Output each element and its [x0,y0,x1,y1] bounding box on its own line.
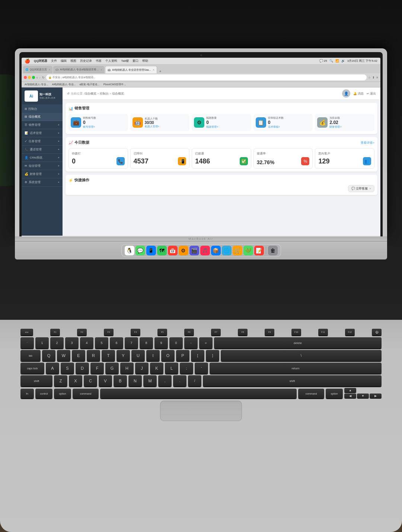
key-command-left[interactable]: command [73,389,99,398]
sidebar-item-system[interactable]: ⚙系统管理+ [22,178,63,187]
menu-icon[interactable]: ≡ [376,76,378,79]
sidebar-item-sales[interactable]: ☰销售管理+ [22,121,63,129]
traffic-yellow[interactable] [28,76,31,79]
key-capslock[interactable]: caps lock [20,363,44,374]
key-left[interactable]: ◀ [344,394,356,398]
browser-window[interactable]: 🍎 QQ浏览器 文件 编辑 视图 历史记录 书签 个人资料 Tab键 窗口 帮助… [22,58,380,236]
key-option-right[interactable]: option [326,389,343,398]
key-u[interactable]: U [131,350,145,361]
dock-icon-13[interactable]: 📝 [254,246,264,255]
nav-refresh[interactable]: ↻ [42,76,45,79]
dock-icon-5[interactable]: 📅 [168,246,178,255]
menu-edit[interactable]: 编辑 [61,59,67,63]
key-power[interactable]: ⏻ [372,329,382,335]
user-avatar[interactable]: 👤 [342,89,350,98]
key-delete[interactable]: delete [214,337,382,348]
key-f10[interactable]: F10 [291,329,301,335]
dock-icon-2[interactable]: 💬 [135,246,145,255]
key-b[interactable]: B [114,375,127,386]
stat-link-2[interactable]: 机器人管理> [145,125,159,128]
browser-tab-3[interactable]: 🤖 AI电销机器人-专业语音管理Saa... × [105,66,157,73]
key-1[interactable]: 1 [35,337,49,348]
key-k[interactable]: K [150,363,163,374]
bookmark-3[interactable]: e邮发-电子签名... [80,83,100,86]
browser-tab-2[interactable]: 🤖 AI电销机器人-专业ai智能语音客... × [53,66,104,73]
key-down[interactable]: ▼ [357,394,369,398]
dock-icon-12[interactable]: 💚 [243,246,253,255]
menu-view[interactable]: 视图 [70,59,76,63]
key-f2[interactable]: F2 [77,329,87,335]
menu-help[interactable]: 帮助 [142,59,148,63]
menu-tab[interactable]: Tab键 [121,59,129,63]
key-up[interactable]: ▲ [344,388,356,393]
key-5[interactable]: 5 [95,337,108,348]
key-9[interactable]: 9 [154,337,168,348]
key-z[interactable]: Z [54,375,67,386]
traffic-red[interactable] [24,76,27,79]
bookmark-1[interactable]: AI智能机器人-专业... [25,83,48,86]
key-f11[interactable]: F11 [318,329,328,335]
dock-icon-9[interactable]: 📦 [211,246,221,255]
key-quote[interactable]: ' [195,363,208,374]
stat-link-5[interactable]: 财务管理> [329,125,341,129]
star-icon[interactable]: ☆ [368,76,371,79]
key-r[interactable]: R [87,350,100,361]
key-f4[interactable]: F4 [131,329,140,335]
key-i[interactable]: I [146,350,160,361]
key-2[interactable]: 2 [50,337,64,348]
key-control[interactable]: control [35,389,52,398]
key-a[interactable]: A [46,363,59,374]
key-q[interactable]: Q [42,350,55,361]
key-x[interactable]: X [69,375,82,386]
bookmark-2[interactable]: AI电销机器人-专业... [52,83,76,86]
dock-icon-7[interactable]: 🎬 [189,246,199,255]
key-fn[interactable]: fn [20,389,34,398]
key-m[interactable]: M [143,375,157,386]
key-equals[interactable]: = [199,337,213,348]
dock-icon-10[interactable]: 🌐 [222,246,232,255]
touchpad[interactable] [160,401,242,421]
menu-bookmarks[interactable]: 书签 [96,59,102,63]
key-p[interactable]: P [176,350,189,361]
nav-forward[interactable]: › [39,76,40,80]
key-o[interactable]: O [161,350,175,361]
key-t[interactable]: T [102,350,115,361]
key-semicolon[interactable]: ; [180,363,193,374]
key-c[interactable]: C [84,375,97,386]
chat-bubble[interactable]: 💬 立即客服 × [68,185,374,192]
dock-icon-3[interactable]: 📱 [146,246,156,255]
key-4[interactable]: 4 [80,337,93,348]
sidebar-item-scripts[interactable]: 📝话术管理+ [22,129,63,137]
nav-back[interactable]: ‹ [36,76,38,80]
menu-file[interactable]: 文件 [51,59,57,63]
key-3[interactable]: 3 [65,337,79,348]
key-comma[interactable]: , [158,375,172,386]
stat-link-4[interactable]: 话术审核> [268,125,284,129]
dock-icon-11[interactable]: 🛒 [233,246,242,255]
sidebar-item-overview[interactable]: ⊟ 综合概览 [22,113,63,121]
key-lbracket[interactable]: [ [191,350,204,361]
key-esc[interactable]: esc [20,329,33,335]
key-f[interactable]: F [90,363,104,374]
key-y[interactable]: Y [117,350,130,361]
key-backtick[interactable]: ` [20,337,34,348]
key-rbracket[interactable]: ] [206,350,219,361]
dock-icon-8[interactable]: 🎵 [200,246,210,255]
key-j[interactable]: J [135,363,149,374]
key-option-left[interactable]: option [54,389,71,398]
notification-btn[interactable]: 🔔 消息 [353,92,364,96]
key-tab[interactable]: tab [20,350,41,361]
bookmark-4[interactable]: PbootCMS管理中... [103,83,126,86]
key-period[interactable]: . [173,375,186,386]
key-w[interactable]: W [57,350,70,361]
key-f8[interactable]: F8 [238,329,248,335]
sidebar-item-sms[interactable]: ✉短信管理+ [22,162,63,170]
key-d[interactable]: D [76,363,89,374]
sidebar-item-crm[interactable]: 👤CRM系统+ [22,154,63,162]
sidebar-item-tasks[interactable]: ✓任务管理+ [22,137,63,146]
key-return[interactable]: return [210,363,382,374]
sidebar-item-finance[interactable]: 💰财务管理+ [22,170,63,178]
key-8[interactable]: 8 [140,337,153,348]
key-space[interactable] [100,389,297,398]
key-v[interactable]: V [99,375,112,386]
